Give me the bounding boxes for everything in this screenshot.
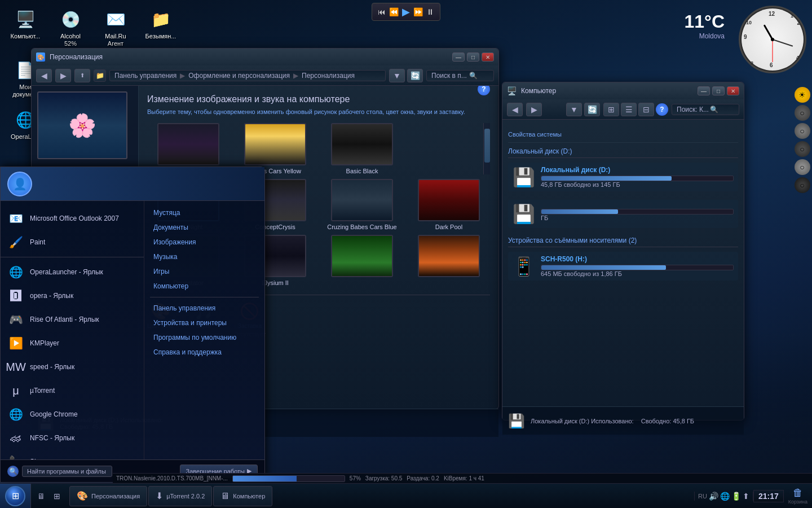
opera-icon: 🅾	[7, 287, 24, 304]
sidebar-gray-ball-4[interactable]: ○	[795, 159, 810, 175]
start-item-kmplayer[interactable]: ▶️ KMPlayer	[1, 331, 144, 355]
start-right-item-9[interactable]: Справка и поддержка	[150, 346, 259, 358]
start-item-utorrent[interactable]: μ µTorrent	[1, 379, 144, 402]
start-right-item-7[interactable]: Устройства и принтеры	[150, 317, 259, 329]
quicklaunch-switch-windows[interactable]: ⊞	[50, 489, 64, 503]
sidebar-gray-ball-5[interactable]: ○	[795, 177, 810, 193]
view-icon-3[interactable]: ⊟	[638, 103, 654, 116]
nav-extra-2[interactable]: 🔄	[407, 69, 423, 82]
view-icon-1[interactable]: ⊞	[603, 103, 619, 116]
computer-nav-btn-2[interactable]: 🔄	[584, 103, 600, 116]
computer-minimize-btn[interactable]: —	[698, 86, 710, 95]
start-menu-header: 👤	[1, 167, 264, 201]
sidebar-gray-ball-1[interactable]: ○	[795, 105, 810, 121]
trash-icon-area[interactable]: 🗑 Корзина	[784, 487, 812, 505]
desktop-icon-unnamed[interactable]: 📁 Безымян...	[141, 6, 180, 50]
start-right-item-3[interactable]: Музыка	[150, 251, 259, 263]
personalization-taskbar-label: Персонализация	[91, 493, 140, 500]
sidebar-gray-ball-3[interactable]: ○	[795, 141, 810, 157]
view-icon-2[interactable]: ☰	[621, 103, 637, 116]
taskbar-utorrent[interactable]: ⬇ µTorrent 2.0.2	[148, 486, 212, 506]
taskbar-personalization[interactable]: 🎨 Персонализация	[69, 486, 147, 506]
computer-status-info: Локальный диск (D:) Использовано: Свобод…	[531, 418, 694, 424]
theme-item-basic-black[interactable]: Basic Black	[321, 123, 403, 174]
start-item-speed[interactable]: MW speed - Ярлык	[1, 355, 144, 379]
computer-toolbar-icons: ⊞ ☰ ⊟ ?	[603, 103, 668, 116]
computer-nav-btn-1[interactable]: ▼	[566, 103, 582, 116]
tray-icon-4[interactable]: ⬆	[743, 492, 749, 501]
quicklaunch-show-desktop[interactable]: 🖥	[34, 489, 48, 503]
start-right-item-4[interactable]: Игры	[150, 265, 259, 278]
paint-icon: 🖌️	[7, 234, 24, 251]
computer-maximize-btn[interactable]: □	[712, 86, 725, 95]
start-item-rise[interactable]: 🎮 Rise Of Atlanti - Ярлык	[1, 308, 144, 331]
desktop-icon-mail[interactable]: ✉️ Mail.RuАгент	[96, 6, 135, 50]
start-right-item-5[interactable]: Компьютер	[150, 280, 259, 292]
minimize-button[interactable]: —	[452, 52, 465, 62]
start-button[interactable]: ⊞	[0, 484, 31, 509]
system-clock[interactable]: 21:17	[753, 490, 784, 502]
torrent-time-left: KiВремя: 1 ч 41	[444, 475, 484, 481]
back-button[interactable]: ◀	[36, 69, 52, 82]
sidebar-yellow-ball[interactable]: ☀	[795, 87, 810, 103]
computer-forward-btn[interactable]: ▶	[526, 103, 542, 116]
media-rewind-btn[interactable]: ⏪	[389, 7, 399, 16]
nfsc-icon: 🏎	[7, 430, 24, 446]
media-forward-btn[interactable]: ⏩	[413, 7, 423, 16]
close-button[interactable]: ✕	[482, 52, 494, 62]
taskbar-computer[interactable]: 🖥 Компьютер	[213, 486, 272, 506]
tray-icon-3[interactable]: 🔋	[731, 492, 741, 501]
start-item-opera-launcher[interactable]: 🌐 OperaLauncher - Ярлык	[1, 260, 144, 284]
start-item-skype[interactable]: 📞 Skype	[1, 450, 144, 459]
chrome-icon-start: 🌐	[7, 406, 24, 423]
theme-item-green[interactable]	[321, 235, 403, 286]
theme-thumb-basic-black	[331, 123, 393, 165]
desktop-icon-alcohol[interactable]: 💿 Alcohol52%	[51, 6, 90, 50]
media-play-btn[interactable]: ▶	[402, 6, 410, 18]
start-item-outlook[interactable]: 📧 Microsoft Office Outlook 2007	[1, 207, 144, 230]
computer-back-btn[interactable]: ◀	[507, 103, 523, 116]
h-drive-item[interactable]: 📱 SCH-R500 (H:) 645 МБ свободно из 1,86 …	[508, 252, 738, 281]
window-controls: — □ ✕	[452, 52, 494, 62]
computer-window-title: Компьютер	[521, 87, 556, 95]
theme-item-cruzing[interactable]: Cruzing Babes Cars Blue	[321, 179, 403, 230]
start-item-paint[interactable]: 🖌️ Paint	[1, 230, 144, 254]
breadcrumb-item-1[interactable]: Панель управления	[114, 72, 176, 80]
start-right-item-8[interactable]: Программы по умолчанию	[150, 331, 259, 344]
search-field[interactable]: Поиск в п... 🔍	[426, 70, 494, 81]
d-drive-item[interactable]: 💾 Локальный диск (D:) 45,8 ГБ свободно и…	[508, 163, 738, 191]
computer-close-btn[interactable]: ✕	[727, 86, 739, 95]
torrent-pct: 57%	[350, 475, 361, 481]
up-button[interactable]: ⬆	[74, 69, 90, 82]
start-right-item-2[interactable]: Изображения	[150, 236, 259, 248]
unknown-drive-item[interactable]: 💾 ГБ	[508, 200, 738, 228]
media-pause-btn[interactable]: ⏸	[426, 7, 434, 16]
start-item-nfsc[interactable]: 🏎 NFSC - Ярлык	[1, 426, 144, 450]
weather-location: Moldova	[685, 32, 725, 40]
nav-extra-1[interactable]: ▼	[389, 69, 405, 82]
theme-item-dark-pool[interactable]: Dark Pool	[408, 179, 490, 230]
computer-search-placeholder: Поиск: К...	[677, 106, 709, 113]
media-prev-btn[interactable]: ⏮	[378, 7, 386, 16]
theme-item-fire[interactable]	[408, 235, 490, 286]
tray-icon-2[interactable]: 🌐	[720, 492, 730, 501]
computer-search-field[interactable]: Поиск: К... 🔍	[672, 104, 739, 115]
desktop-icon-computer[interactable]: 🖥️ Компьют...	[6, 6, 45, 50]
start-right-item-1[interactable]: Документы	[150, 221, 259, 234]
start-search-input[interactable]: Найти программы и файлы	[22, 466, 112, 477]
start-item-opera[interactable]: 🅾 opera - Ярлык	[1, 284, 144, 308]
start-item-chrome[interactable]: 🌐 Google Chrome	[1, 402, 144, 426]
tray-icon-1[interactable]: 🔊	[709, 492, 718, 501]
breadcrumb-item-2[interactable]: Оформление и персонализация	[188, 72, 290, 80]
d-drive-info: Локальный диск (D:) 45,8 ГБ свободно из …	[541, 166, 734, 188]
computer-help-btn[interactable]: ?	[656, 103, 668, 116]
start-right-item-6[interactable]: Панель управления	[150, 302, 259, 314]
opera-launcher-icon: 🌐	[7, 264, 24, 281]
sidebar-gray-ball-2[interactable]: ○	[795, 123, 810, 139]
scroll-handle[interactable]	[484, 129, 490, 163]
theme-scrollbar[interactable]	[483, 123, 490, 174]
forward-button[interactable]: ▶	[55, 69, 71, 82]
breadcrumb-item-3[interactable]: Персонализация	[302, 72, 355, 80]
start-right-item-0[interactable]: Мустяца	[150, 207, 259, 219]
maximize-button[interactable]: □	[467, 52, 479, 62]
